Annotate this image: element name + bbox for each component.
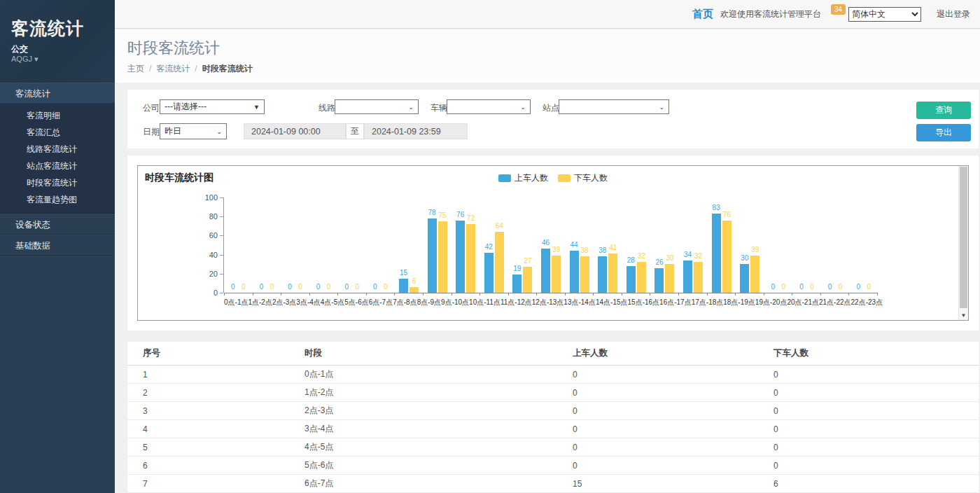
chart-scrollbar[interactable]: ▼ — [958, 166, 968, 320]
chart-bar[interactable]: 78 — [428, 218, 437, 293]
sidebar-subitem[interactable]: 客流量趋势图 — [0, 191, 115, 208]
sidebar-subitem[interactable]: 时段客流统计 — [0, 174, 115, 191]
table-row[interactable]: 43点-4点00 — [127, 420, 979, 438]
chart-category: 7672 — [451, 197, 480, 293]
scrollbar-thumb[interactable] — [960, 167, 967, 308]
chart-bar[interactable]: 15 — [399, 279, 408, 293]
sidebar-subitem[interactable]: 站点客流统计 — [0, 158, 115, 174]
table-cell: 6 — [774, 479, 979, 489]
bar-value-label: 0 — [828, 283, 832, 291]
app-title: 客流统计 — [11, 17, 84, 40]
user-dropdown[interactable]: AQGJ ▾ — [11, 55, 38, 64]
chart-bar[interactable]: 39 — [750, 256, 760, 293]
table-row[interactable]: 54点-5点00 — [127, 438, 979, 457]
breadcrumb-item[interactable]: 客流统计 — [156, 64, 190, 74]
table-row[interactable]: 21点-2点00 — [127, 384, 979, 402]
x-axis-label: 20点-21点 — [787, 298, 819, 307]
table-cell: 1 — [143, 370, 304, 380]
table-row[interactable]: 10点-1点00 — [127, 366, 979, 384]
chart-bar[interactable]: 42 — [484, 253, 493, 293]
chart-bar[interactable]: 76 — [456, 221, 465, 293]
chart-bar[interactable]: 27 — [523, 267, 532, 293]
table-row[interactable]: 76点-7点156 — [127, 475, 979, 493]
chart-bar[interactable]: 32 — [637, 262, 646, 293]
company-select[interactable]: ---请选择--- ▼ — [160, 99, 265, 114]
chart-category: 00 — [792, 197, 821, 293]
x-tick — [424, 293, 452, 296]
table-cell: 0 — [774, 388, 979, 398]
date-from-input[interactable]: 2024-01-09 00:00 — [244, 123, 346, 139]
sidebar-item[interactable]: 客流统计 — [0, 83, 115, 104]
chart-bar[interactable]: 83 — [712, 214, 721, 293]
table-cell: 3 — [143, 406, 304, 416]
date-preset-select[interactable]: 昨日 ⌄ — [160, 123, 227, 139]
x-tick — [310, 293, 339, 296]
x-axis-label: 18点-19点 — [723, 298, 755, 307]
chart-bar[interactable]: 75 — [438, 221, 447, 293]
x-tick — [821, 293, 850, 296]
chart-category: 3841 — [594, 197, 622, 293]
table-row[interactable]: 32点-3点00 — [127, 402, 979, 420]
line-select[interactable]: ⌄ — [335, 99, 419, 114]
x-tick — [253, 293, 282, 296]
sidebar-submenu: 客流明细客流汇总线路客流统计站点客流统计时段客流统计客流量趋势图 — [0, 104, 115, 214]
bar-value-label: 0 — [771, 283, 776, 291]
sidebar-subitem[interactable]: 客流汇总 — [0, 124, 115, 141]
sidebar-item[interactable]: 设备状态 — [0, 214, 115, 235]
chart-bar[interactable]: 46 — [541, 249, 550, 293]
logout-link[interactable]: 退出登录 — [937, 8, 970, 20]
chart-bar[interactable]: 44 — [570, 251, 579, 293]
x-axis-label: 21点-22点 — [819, 298, 851, 307]
chart-bar[interactable]: 41 — [608, 254, 617, 293]
breadcrumb-item[interactable]: 时段客流统计 — [202, 64, 253, 74]
chart-category: 00 — [281, 197, 309, 293]
export-button[interactable]: 导出 — [916, 124, 971, 141]
chart-bar[interactable]: 38 — [580, 256, 589, 293]
chart-category: 00 — [224, 197, 253, 293]
chart-category: 1927 — [508, 197, 537, 293]
chart-bar[interactable]: 39 — [552, 256, 561, 293]
chart-bar[interactable]: 38 — [598, 256, 607, 293]
sidebar-item[interactable]: 基础数据 — [0, 235, 115, 256]
chart-bar[interactable]: 6 — [410, 287, 419, 293]
x-tick — [367, 293, 396, 296]
station-select[interactable]: ⌄ — [559, 99, 669, 114]
chart-bar[interactable]: 30 — [665, 264, 674, 293]
chart-bar[interactable]: 32 — [694, 262, 703, 293]
bar-value-label: 0 — [260, 283, 264, 291]
chart-bar[interactable]: 30 — [740, 264, 749, 293]
sidebar-subitem[interactable]: 线路客流统计 — [0, 141, 115, 158]
org-name: 公交 — [11, 43, 28, 55]
chart-bar[interactable]: 28 — [626, 266, 636, 293]
notification-badge[interactable]: 34 — [831, 4, 846, 15]
search-button[interactable]: 查询 — [916, 102, 971, 119]
date-to-input[interactable]: 2024-01-09 23:59 — [364, 123, 468, 139]
chart-bar[interactable]: 76 — [722, 221, 732, 293]
language-select[interactable]: 简体中文 — [848, 7, 921, 22]
bar-value-label: 0 — [810, 283, 814, 291]
scrollbar-down-arrow-icon[interactable]: ▼ — [959, 310, 968, 320]
y-tick-mark — [220, 274, 223, 275]
chart-bar[interactable]: 72 — [466, 224, 475, 293]
y-tick-label: 0 — [197, 289, 218, 297]
bar-value-label: 32 — [694, 252, 702, 260]
y-tick-label: 20 — [197, 270, 218, 278]
chart-bar[interactable]: 26 — [654, 268, 664, 293]
home-link[interactable]: 首页 — [692, 8, 713, 21]
chart-bar[interactable]: 34 — [683, 261, 692, 293]
breadcrumb-separator: / — [195, 64, 197, 74]
sidebar-subitem[interactable]: 客流明细 — [0, 107, 115, 124]
chart-bar[interactable]: 19 — [512, 275, 522, 293]
table-cell: 1点-2点 — [304, 387, 573, 398]
chart-bar[interactable]: 64 — [495, 232, 504, 293]
vehicle-select[interactable]: ⌄ — [447, 99, 531, 114]
table-cell: 5 — [143, 443, 304, 452]
table-cell: 4点-5点 — [304, 441, 573, 453]
table-row[interactable]: 65点-6点00 — [127, 457, 979, 475]
brand-area: 客流统计 公交 AQGJ ▾ — [0, 0, 115, 83]
chevron-down-icon: ⌄ — [520, 104, 526, 111]
bar-value-label: 19 — [513, 265, 521, 272]
breadcrumb-item[interactable]: 主页 — [127, 64, 144, 74]
y-tick-mark — [220, 216, 223, 217]
topbar: 首页 欢迎使用客流统计管理平台 34 简体中文 退出登录 — [115, 0, 980, 29]
